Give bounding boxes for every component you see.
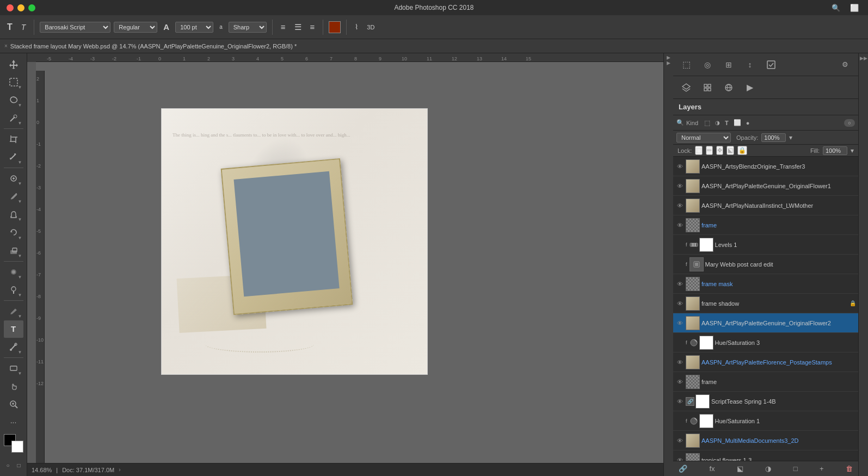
lock-all-button[interactable]: 🔒 [737,146,747,155]
layer-effects-button[interactable]: fx [707,463,717,474]
layers-tool-1[interactable] [676,78,696,97]
layer-visibility-icon[interactable]: 👁 [675,397,684,406]
layers-tool-4[interactable]: ▶ [740,78,760,97]
stamp-tool-button[interactable]: ▼ [4,206,23,223]
layer-item[interactable]: 👁 f Mary Webb post card edit [673,255,858,274]
sharp-select[interactable]: Sharp [229,22,267,33]
warp-text-button[interactable]: ⌇ [352,22,361,32]
layer-visibility-icon[interactable]: 👁 [675,319,684,327]
filter-toggle-button[interactable]: ○ [844,119,855,127]
text-canvas-tool-button[interactable]: T [4,320,23,338]
filter-shape-button[interactable]: ⬜ [732,119,743,127]
tab-title[interactable]: Stacked frame layout Mary Webb.psd @ 14.… [10,43,297,50]
more-tools-button[interactable]: ··· [4,413,23,431]
layer-item[interactable]: 👁 frame [673,372,858,392]
layer-visibility-icon[interactable]: 👁 [675,162,684,171]
blend-mode-select[interactable]: Normal [676,133,731,143]
layer-visibility-icon[interactable]: 👁 [675,436,684,445]
measure-tool-button[interactable]: ▼ [4,149,23,166]
layer-item[interactable]: 👁 f Levels 1 [673,235,858,255]
filter-smart-button[interactable]: ● [744,119,752,127]
layer-item[interactable]: 👁 frame mask [673,274,858,294]
screen-mode-button[interactable]: □ [14,456,24,475]
layers-tool-2[interactable] [698,78,717,97]
panel-icon-3[interactable]: ⊞ [719,55,738,75]
panel-icon-4[interactable]: ↕ [740,55,760,75]
align-left-button[interactable]: ≡ [278,21,288,33]
opacity-dropdown-button[interactable]: ▾ [789,134,792,141]
pen-tool-button[interactable]: ▼ [4,302,23,320]
layer-delete-button[interactable]: 🗑 [844,463,855,474]
layer-item[interactable]: 👁 f Hue/Saturation 3 [673,333,858,353]
layer-item[interactable]: 👁 AASPN_ArtsyBlendzOrigine_Transfer3 [673,157,858,176]
status-arrow-button[interactable]: › [119,467,120,473]
layer-link-button[interactable]: 🔗 [676,463,690,474]
panel-icon-2[interactable]: ◎ [698,55,717,75]
spot-heal-button[interactable]: ▼ [4,170,23,187]
layer-visibility-icon[interactable]: 👁 [675,280,684,288]
history-brush-button[interactable]: ▼ [4,224,23,241]
canvas-container[interactable]: 2 1 0 -1 -2 -3 -4 -5 -6 -7 -8 -9 -10 -11… [36,62,663,463]
mask-mode-button[interactable]: ○ [3,456,13,475]
layer-item[interactable]: 👁 tropical flowers 1-3 [673,450,858,461]
opacity-input[interactable] [761,133,786,142]
layer-visibility-icon[interactable]: 👁 [675,299,684,308]
layer-visibility-icon[interactable]: 👁 [675,378,684,386]
text-tool-button[interactable]: T [4,21,15,33]
crop-tool-button[interactable] [4,131,23,148]
selection-tool-button[interactable]: ▼ [4,73,23,91]
lock-image-button[interactable]: ✏ [706,146,713,155]
layer-item[interactable]: 👁 frame [673,215,858,235]
layer-item[interactable]: 👁 f Hue/Saturation 1 [673,411,858,431]
panel-icon-1[interactable]: ⬚ [676,55,696,75]
align-right-button[interactable]: ≡ [307,21,318,33]
layer-item[interactable]: 👁 AASPN_ArtPlayPaletteGenuine_OriginalFl… [673,313,858,333]
minimize-button[interactable] [17,4,24,11]
layer-visibility-icon[interactable]: 👁 [675,201,684,210]
eraser-tool-button[interactable]: ▼ [4,242,23,259]
layer-visibility-icon[interactable]: 👁 [675,358,684,367]
filter-adjust-button[interactable]: ◑ [713,119,722,126]
collapse-left-button[interactable]: ◀◀ [666,55,672,66]
layer-item[interactable]: 👁 frame shadow 🔒 [673,294,858,313]
shape-tool-button[interactable]: ▼ [4,360,23,377]
filter-pixel-button[interactable]: ⬚ [703,119,712,127]
layer-adjustment-button[interactable]: ◑ [763,463,773,474]
layer-visibility-icon[interactable]: 👁 [675,221,684,230]
close-button[interactable] [7,4,14,11]
lock-artboard-button[interactable]: ⬕ [727,146,734,155]
layer-mask-button[interactable]: ⬕ [735,463,746,474]
maximize-button[interactable] [28,4,35,11]
font-family-select[interactable]: Barosaki Script [40,22,110,33]
panel-icon-5[interactable] [761,55,781,75]
zoom-tool-button[interactable] [4,395,23,413]
wand-tool-button[interactable]: ▼ [4,109,23,127]
layer-visibility-icon[interactable]: 👁 [675,456,684,461]
search-button[interactable]: 🔍 [829,3,843,13]
layers-tool-3[interactable] [719,78,738,97]
dodge-tool-button[interactable]: ▼ [4,281,23,299]
foreground-background-colors[interactable] [4,434,23,453]
filter-text-button[interactable]: T [723,119,730,127]
lock-pixels-button[interactable]: ⬚ [695,146,703,155]
background-color[interactable] [11,441,23,453]
font-style-select[interactable]: Regular [114,22,157,33]
layer-item[interactable]: 👁 AASPN_ArtPlayNaturalInstinct_LWMother [673,196,858,215]
lock-position-button[interactable]: ✥ [716,146,723,155]
fill-input[interactable] [823,146,847,155]
text-tool-alt-button[interactable]: T [19,22,29,33]
layer-new-button[interactable]: + [817,463,826,474]
layer-item[interactable]: 👁 🔗 ScriptTease Spring 1-4B [673,392,858,411]
arrange-button[interactable]: ⬜ [847,3,861,13]
layers-list[interactable]: 👁 AASPN_ArtsyBlendzOrigine_Transfer3 👁 A… [673,157,858,461]
3d-button[interactable]: 3D [364,23,377,32]
panel-settings-button[interactable]: ⚙ [835,55,855,75]
align-center-button[interactable]: ☰ [292,21,304,33]
brush-tool-button[interactable]: ▼ [4,188,23,205]
layer-visibility-icon[interactable]: 👁 [675,182,684,190]
tab-close-icon[interactable]: × [4,43,8,49]
lasso-tool-button[interactable]: ▼ [4,91,23,109]
font-size-select[interactable]: 100 pt [175,22,213,33]
layer-group-button[interactable]: □ [791,463,800,474]
layer-item[interactable]: 👁 AASPN_MultiMediaDocuments3_2D [673,431,858,450]
